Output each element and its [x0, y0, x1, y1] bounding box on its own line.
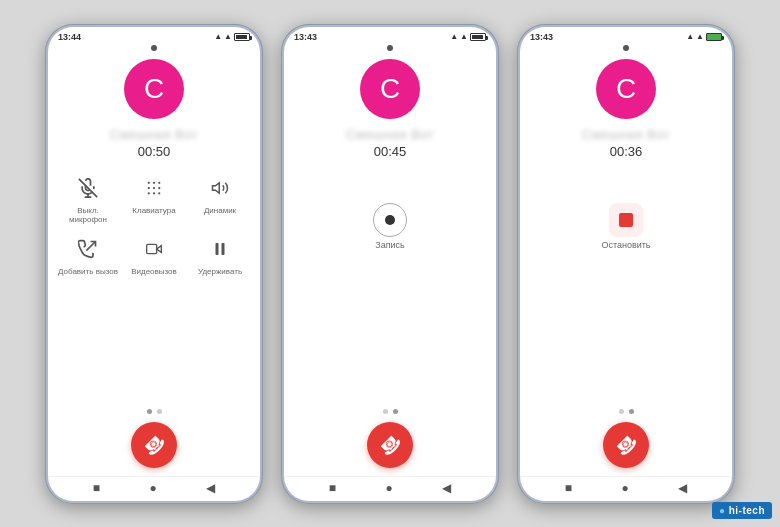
record-dot-icon: [385, 215, 395, 225]
nav-stop-3[interactable]: ■: [565, 481, 572, 495]
status-icons-1: ▲ ▲: [214, 32, 250, 41]
dot-2-0: [383, 409, 388, 414]
avatar-1: C: [124, 59, 184, 119]
end-call-btn-3[interactable]: ☎: [603, 422, 649, 468]
svg-marker-12: [213, 182, 220, 193]
phone-3: 13:43 ▲ ▲ C Смешная Вот 00:36: [517, 24, 735, 504]
nav-circle-2[interactable]: ●: [386, 481, 393, 495]
contact-name-2: Смешная Вот: [346, 127, 434, 142]
dot-3-1: [629, 409, 634, 414]
add-call-btn[interactable]: Добавить вызов: [58, 234, 118, 276]
signal-icon-1: ▲: [214, 32, 222, 41]
add-call-label: Добавить вызов: [58, 267, 118, 276]
svg-point-8: [158, 186, 160, 188]
svg-rect-16: [222, 243, 225, 255]
dot-3-0: [619, 409, 624, 414]
nav-back-1[interactable]: ◀: [206, 481, 215, 495]
dots-2: [383, 409, 398, 414]
call-timer-1: 00:50: [138, 144, 171, 159]
avatar-3: C: [596, 59, 656, 119]
nav-back-2[interactable]: ◀: [442, 481, 451, 495]
mic-off-icon: [73, 173, 103, 203]
hold-label: Удерживать: [198, 267, 242, 276]
dialpad-label: Клавиатура: [132, 206, 175, 215]
bottom-nav-2: ■ ● ◀: [284, 476, 496, 501]
video-btn[interactable]: Видеовызов: [124, 234, 184, 276]
status-time-3: 13:43: [530, 32, 553, 42]
end-call-btn-1[interactable]: ☎: [131, 422, 177, 468]
hold-btn[interactable]: Удерживать: [190, 234, 250, 276]
speaker-btn[interactable]: Динамик: [190, 173, 250, 224]
record-btn[interactable]: [373, 203, 407, 237]
camera-dot-1: [151, 45, 157, 51]
phone-1: 13:44 ▲ ▲ C Смешная Вот 00:50: [45, 24, 263, 504]
battery-icon-3: [706, 33, 722, 41]
svg-point-6: [148, 186, 150, 188]
record-control: Запись: [373, 203, 407, 250]
watermark-text: hi-tech: [729, 505, 765, 516]
call-timer-3: 00:36: [610, 144, 643, 159]
stop-label: Остановить: [601, 240, 650, 250]
status-icons-2: ▲ ▲: [450, 32, 486, 41]
svg-point-9: [148, 192, 150, 194]
dot-2-1: [393, 409, 398, 414]
camera-area-1: [48, 45, 260, 51]
nav-stop-1[interactable]: ■: [93, 481, 100, 495]
wifi-icon-3: ▲: [696, 32, 704, 41]
svg-rect-14: [147, 244, 157, 253]
dots-3: [619, 409, 634, 414]
scene: 13:44 ▲ ▲ C Смешная Вот 00:50: [0, 0, 780, 527]
bottom-nav-1: ■ ● ◀: [48, 476, 260, 501]
status-time-1: 13:44: [58, 32, 81, 42]
dots-1: [147, 409, 162, 414]
watermark: ● hi-tech: [712, 502, 772, 519]
record-label: Запись: [375, 240, 405, 250]
stop-control: Остановить: [601, 203, 650, 250]
dot-1-0: [147, 409, 152, 414]
svg-point-5: [158, 181, 160, 183]
status-bar-2: 13:43 ▲ ▲: [284, 27, 496, 45]
mic-off-btn[interactable]: Выкл. микрофон: [58, 173, 118, 224]
add-call-icon: [73, 234, 103, 264]
bottom-nav-3: ■ ● ◀: [520, 476, 732, 501]
svg-point-7: [153, 186, 155, 188]
svg-point-4: [153, 181, 155, 183]
dialpad-btn[interactable]: Клавиатура: [124, 173, 184, 224]
video-label: Видеовызов: [131, 267, 177, 276]
battery-icon-2: [470, 33, 486, 41]
avatar-2: C: [360, 59, 420, 119]
svg-point-11: [158, 192, 160, 194]
signal-icon-3: ▲: [686, 32, 694, 41]
speaker-icon: [205, 173, 235, 203]
signal-icon-2: ▲: [450, 32, 458, 41]
controls-grid-1: Выкл. микрофон Клавиатура: [58, 173, 250, 276]
end-call-icon-2: ☎: [374, 429, 405, 460]
battery-icon-1: [234, 33, 250, 41]
contact-name-1: Смешная Вот: [110, 127, 198, 142]
call-content-2: C Смешная Вот 00:45 Запись ☎: [284, 53, 496, 476]
end-call-btn-2[interactable]: ☎: [367, 422, 413, 468]
status-time-2: 13:43: [294, 32, 317, 42]
dialpad-icon: [139, 173, 169, 203]
end-call-icon-1: ☎: [138, 429, 169, 460]
end-call-icon-3: ☎: [610, 429, 641, 460]
camera-dot-3: [623, 45, 629, 51]
nav-circle-3[interactable]: ●: [622, 481, 629, 495]
phone-2: 13:43 ▲ ▲ C Смешная Вот 00:45: [281, 24, 499, 504]
svg-rect-15: [216, 243, 219, 255]
stop-square-icon: [619, 213, 633, 227]
camera-dot-2: [387, 45, 393, 51]
camera-area-2: [284, 45, 496, 51]
nav-stop-2[interactable]: ■: [329, 481, 336, 495]
svg-point-3: [148, 181, 150, 183]
nav-circle-1[interactable]: ●: [150, 481, 157, 495]
stop-btn[interactable]: [609, 203, 643, 237]
status-bar-1: 13:44 ▲ ▲: [48, 27, 260, 45]
nav-back-3[interactable]: ◀: [678, 481, 687, 495]
contact-name-3: Смешная Вот: [582, 127, 670, 142]
camera-area-3: [520, 45, 732, 51]
video-icon: [139, 234, 169, 264]
status-bar-3: 13:43 ▲ ▲: [520, 27, 732, 45]
wifi-icon-1: ▲: [224, 32, 232, 41]
call-content-3: C Смешная Вот 00:36 Остановить ☎: [520, 53, 732, 476]
